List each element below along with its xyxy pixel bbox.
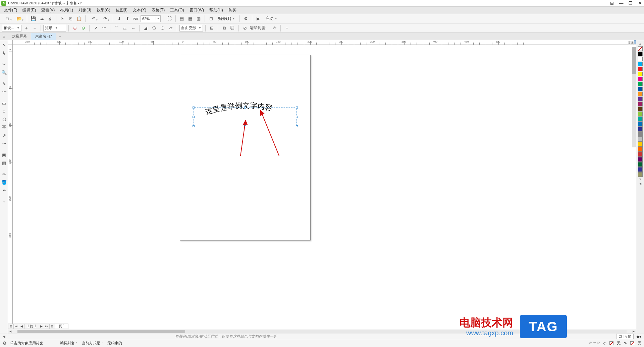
import-button[interactable]: ⬇	[115, 15, 123, 22]
selection-handle[interactable]	[193, 107, 195, 109]
clear-envelope-button[interactable]: 清除封套	[250, 25, 266, 31]
add-tab-button[interactable]: ＋	[56, 33, 63, 40]
color-swatch[interactable]	[638, 127, 643, 132]
pdf-button[interactable]: PDF	[132, 15, 140, 22]
color-swatch[interactable]	[638, 142, 643, 147]
selection-handle[interactable]	[296, 116, 298, 118]
add-preset-button[interactable]: ＋	[22, 24, 30, 32]
add-page-after-button[interactable]: ⊞	[50, 324, 55, 329]
ruler-origin[interactable]	[8, 40, 13, 45]
fill-tool-icon[interactable]: 🪣	[0, 179, 8, 186]
color-swatch[interactable]	[638, 52, 643, 56]
last-page-button[interactable]: ⏭	[44, 324, 50, 329]
selection-handle[interactable]	[296, 125, 298, 127]
prev-page-button[interactable]: ◀	[19, 324, 24, 329]
freehand-tool-icon[interactable]: ✎	[0, 80, 8, 87]
add-node-button[interactable]: ⊕	[71, 24, 78, 32]
transform-combo[interactable]: 自由变形▼	[179, 25, 203, 31]
copy-button[interactable]: ⎘	[67, 15, 74, 22]
color-swatch[interactable]	[638, 77, 643, 81]
horizontal-ruler[interactable]: 2502001501005005010015020025030035040045…	[13, 40, 639, 45]
color-swatch[interactable]	[638, 62, 643, 66]
mode-unconstrained-button[interactable]: ▱	[167, 24, 174, 32]
symmetric-node-button[interactable]: ⌢	[129, 24, 137, 32]
page-tab[interactable]: 页 1	[55, 324, 68, 329]
no-color-swatch[interactable]	[638, 46, 643, 51]
open-button[interactable]: 📂	[14, 15, 24, 22]
menu-bitmap[interactable]: 位图(I)	[113, 7, 130, 14]
zoom-combo[interactable]: 62% ▼	[141, 15, 161, 22]
dimension-tool-icon[interactable]: ↗	[0, 132, 8, 139]
transparency-tool-icon[interactable]: ▨	[0, 159, 8, 166]
color-swatch[interactable]	[638, 117, 643, 122]
refresh-button[interactable]: ⟳	[271, 24, 278, 32]
fullscreen-button[interactable]: ⛶	[166, 15, 173, 22]
preset-combo[interactable]: 预设...▼	[2, 25, 21, 31]
crop-tool-icon[interactable]: ✂	[0, 61, 8, 68]
shape-tool-icon[interactable]: ↳	[0, 49, 8, 57]
scrollbar-thumb[interactable]	[17, 330, 185, 333]
color-dropdown-icon[interactable]: ◆▾	[636, 334, 641, 339]
tab-document[interactable]: 未命名 -1*	[31, 33, 56, 40]
zoom-value[interactable]: 62%	[141, 17, 156, 21]
outline-tool-icon[interactable]: ✒	[0, 187, 8, 194]
ime-indicator[interactable]: CH ♫ 简	[616, 334, 634, 340]
rulers-button[interactable]: ▤	[178, 15, 185, 22]
selection-handle[interactable]	[193, 125, 195, 127]
color-swatch[interactable]	[638, 132, 643, 137]
save-button[interactable]: 💾	[30, 15, 37, 22]
to-curve-button[interactable]: 〰	[100, 24, 108, 32]
redo-button[interactable]: ↷	[100, 15, 110, 22]
fill-indicator-icon[interactable]: ◇	[603, 341, 606, 345]
undo-button[interactable]: ↶	[88, 15, 99, 22]
clear-envelope-icon[interactable]: ⊘	[241, 24, 249, 32]
minimize-button[interactable]: —	[619, 1, 624, 6]
snap-options-button[interactable]: ⊡	[207, 15, 215, 22]
color-swatch[interactable]	[638, 157, 643, 162]
color-swatch[interactable]	[638, 72, 643, 76]
color-swatch[interactable]	[638, 97, 643, 101]
delete-node-button[interactable]: ⊖	[79, 24, 87, 32]
palette-flyout-icon[interactable]: ◀	[639, 182, 641, 185]
tab-welcome[interactable]: 欢迎屏幕	[8, 33, 31, 40]
rectangle-tool-icon[interactable]: ▭	[0, 99, 8, 107]
selection-handle[interactable]	[244, 107, 246, 109]
close-button[interactable]: ✕	[637, 1, 643, 6]
color-swatch[interactable]	[638, 162, 643, 167]
grid-button[interactable]: ▦	[186, 15, 194, 22]
mode-double-arc-button[interactable]: ⬡	[159, 24, 166, 32]
settings-icon[interactable]: ⊞	[609, 1, 614, 6]
remove-preset-button[interactable]: －	[31, 24, 38, 32]
cut-button[interactable]: ✂	[59, 15, 66, 22]
palette-up-icon[interactable]: ▲	[639, 42, 642, 45]
eyedropper-tool-icon[interactable]: ✑	[0, 170, 8, 178]
to-line-button[interactable]: ↗	[92, 24, 99, 32]
scroll-left-icon[interactable]: ◀	[8, 330, 13, 333]
menu-view[interactable]: 查看(V)	[39, 7, 57, 14]
cloud-button[interactable]: ☁	[38, 15, 45, 22]
fill-swatch[interactable]	[609, 341, 613, 345]
add-tool-button[interactable]: ＋	[0, 198, 8, 205]
paste-button[interactable]: 📋	[75, 15, 83, 22]
zoom-dropdown-icon[interactable]: ▼	[156, 17, 160, 20]
keep-lines-button[interactable]: ⊞	[208, 24, 215, 32]
color-swatch[interactable]	[638, 102, 643, 107]
options-button[interactable]: ⚙	[242, 15, 250, 22]
mode-line-button[interactable]: ◢	[142, 24, 149, 32]
zoom-tool-icon[interactable]: 🔍	[0, 69, 8, 76]
maximize-button[interactable]: ❐	[628, 1, 633, 6]
palette-down-icon[interactable]: ▼	[639, 178, 642, 181]
outline-swatch[interactable]	[630, 341, 634, 345]
export-button[interactable]: ⬆	[124, 15, 131, 22]
page[interactable]: 这里是举例文字内容	[180, 55, 311, 240]
pick-tool-icon[interactable]: ↖	[0, 41, 8, 49]
menu-edit[interactable]: 编辑(E)	[20, 7, 39, 14]
color-swatch[interactable]	[638, 172, 643, 177]
selection-handle[interactable]	[296, 107, 298, 109]
home-icon[interactable]: ⌂	[0, 33, 8, 40]
scroll-right-icon[interactable]: ▶	[631, 330, 636, 333]
color-swatch[interactable]	[638, 137, 643, 142]
next-page-button[interactable]: ▶	[39, 324, 44, 329]
artistic-tool-icon[interactable]: 〰	[0, 88, 8, 95]
color-swatch[interactable]	[638, 147, 643, 152]
